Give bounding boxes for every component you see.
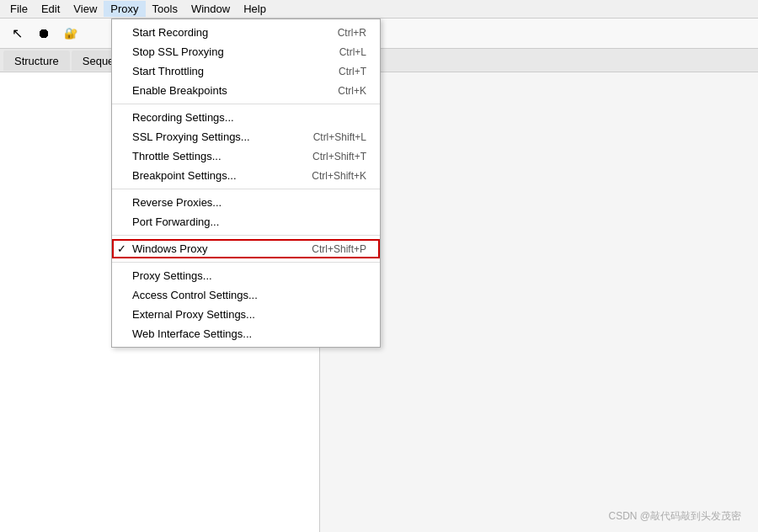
menu-breakpoint-settings[interactable]: Breakpoint Settings... Ctrl+Shift+K xyxy=(112,166,380,185)
menu-start-throttling-shortcut: Ctrl+T xyxy=(313,66,366,77)
menu-file[interactable]: File xyxy=(3,1,35,17)
separator-3 xyxy=(112,235,380,236)
menu-ssl-proxying-settings-label: SSL Proxying Settings... xyxy=(132,130,250,143)
tab-structure[interactable]: Structure xyxy=(3,51,70,71)
menu-reverse-proxies[interactable]: Reverse Proxies... xyxy=(112,193,380,212)
menu-start-recording-label: Start Recording xyxy=(132,26,208,39)
record-tool-button[interactable]: ⏺ xyxy=(32,22,56,45)
menu-stop-ssl[interactable]: Stop SSL Proxying Ctrl+L xyxy=(112,42,380,61)
menu-breakpoint-settings-shortcut: Ctrl+Shift+K xyxy=(286,170,366,182)
menu-proxy[interactable]: Proxy xyxy=(104,1,145,17)
proxy-dropdown-menu: Start Recording Ctrl+R Stop SSL Proxying… xyxy=(111,19,381,348)
menu-web-interface-settings-label: Web Interface Settings... xyxy=(132,327,252,340)
menu-port-forwarding[interactable]: Port Forwarding... xyxy=(112,212,380,231)
menu-ssl-proxying-settings[interactable]: SSL Proxying Settings... Ctrl+Shift+L xyxy=(112,127,380,146)
watermark: CSDN @敲代码敲到头发茂密 xyxy=(608,509,741,524)
menu-start-throttling[interactable]: Start Throttling Ctrl+T xyxy=(112,61,380,81)
menu-breakpoint-settings-label: Breakpoint Settings... xyxy=(132,169,237,182)
menu-enable-breakpoints-shortcut: Ctrl+K xyxy=(312,85,366,97)
menu-throttle-settings[interactable]: Throttle Settings... Ctrl+Shift+T xyxy=(112,146,380,166)
separator-2 xyxy=(112,189,380,189)
menu-access-control-settings[interactable]: Access Control Settings... xyxy=(112,285,380,305)
menu-windows-proxy-shortcut: Ctrl+Shift+P xyxy=(286,243,366,255)
menu-start-recording[interactable]: Start Recording Ctrl+R xyxy=(112,23,380,42)
menu-window[interactable]: Window xyxy=(184,1,237,17)
menu-tools[interactable]: Tools xyxy=(146,1,184,17)
arrow-tool-button[interactable]: ↖ xyxy=(5,22,29,45)
right-panel xyxy=(320,72,758,532)
menubar: File Edit View Proxy Tools Window Help xyxy=(0,0,758,19)
menu-throttle-settings-label: Throttle Settings... xyxy=(132,150,222,162)
menu-reverse-proxies-label: Reverse Proxies... xyxy=(132,196,222,209)
menu-throttle-settings-shortcut: Ctrl+Shift+T xyxy=(287,151,366,162)
menu-stop-ssl-shortcut: Ctrl+L xyxy=(314,46,366,58)
menu-windows-proxy[interactable]: ✓ Windows Proxy Ctrl+Shift+P xyxy=(112,239,380,258)
menu-stop-ssl-label: Stop SSL Proxying xyxy=(132,45,224,58)
menu-ssl-proxying-settings-shortcut: Ctrl+Shift+L xyxy=(288,131,366,143)
ssl-tool-button[interactable]: 🔐 xyxy=(59,22,83,45)
menu-access-control-settings-label: Access Control Settings... xyxy=(132,289,258,301)
menu-help[interactable]: Help xyxy=(237,1,273,17)
menu-windows-proxy-label: Windows Proxy xyxy=(132,242,208,255)
menu-start-recording-shortcut: Ctrl+R xyxy=(312,27,366,39)
windows-proxy-checkmark: ✓ xyxy=(117,242,126,255)
menu-enable-breakpoints[interactable]: Enable Breakpoints Ctrl+K xyxy=(112,81,380,100)
menu-web-interface-settings[interactable]: Web Interface Settings... xyxy=(112,324,380,343)
menu-enable-breakpoints-label: Enable Breakpoints xyxy=(132,84,227,97)
menu-start-throttling-label: Start Throttling xyxy=(132,65,204,77)
menu-port-forwarding-label: Port Forwarding... xyxy=(132,215,219,228)
menu-external-proxy-settings-label: External Proxy Settings... xyxy=(132,308,255,321)
menu-proxy-settings-label: Proxy Settings... xyxy=(132,269,212,282)
menu-edit[interactable]: Edit xyxy=(35,1,67,17)
menu-proxy-settings[interactable]: Proxy Settings... xyxy=(112,266,380,285)
separator-1 xyxy=(112,104,380,104)
menu-view[interactable]: View xyxy=(67,1,104,17)
menu-recording-settings-label: Recording Settings... xyxy=(132,111,234,124)
menu-recording-settings[interactable]: Recording Settings... xyxy=(112,108,380,127)
separator-4 xyxy=(112,262,380,263)
menu-external-proxy-settings[interactable]: External Proxy Settings... xyxy=(112,305,380,324)
